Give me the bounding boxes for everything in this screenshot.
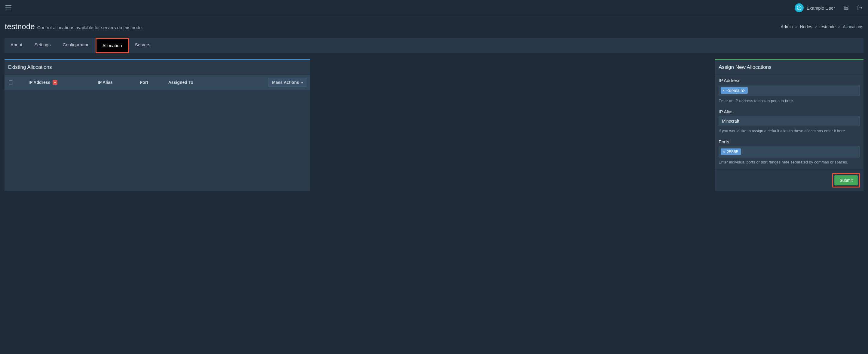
server-icon[interactable] (843, 5, 849, 10)
col-header-ip: IP Address (29, 80, 98, 85)
port-tag: × 25565 (721, 149, 741, 155)
tab-servers[interactable]: Servers (129, 38, 157, 53)
logout-icon[interactable] (857, 5, 863, 10)
select-all-cell (7, 80, 29, 85)
breadcrumb-separator: > (795, 24, 798, 29)
col-header-assigned: Assigned To (168, 80, 268, 85)
content: Existing Allocations IP Address IP Alias… (0, 59, 868, 191)
remove-tag-icon[interactable]: × (722, 88, 725, 93)
col-header-ip-label: IP Address (29, 80, 50, 85)
tab-settings[interactable]: Settings (28, 38, 57, 53)
svg-point-5 (845, 9, 845, 9)
svg-point-4 (845, 7, 845, 7)
breadcrumb-separator: > (814, 24, 817, 29)
tabs: About Settings Configuration Allocation … (4, 38, 864, 53)
assign-allocations-panel: Assign New Allocations IP Address × <dom… (715, 59, 864, 191)
remove-ip-icon[interactable] (53, 80, 57, 85)
user-block[interactable]: Example User (795, 3, 835, 12)
breadcrumb-nodes[interactable]: Nodes (800, 24, 812, 29)
submit-button[interactable]: Submit (834, 175, 858, 185)
tab-allocation[interactable]: Allocation (96, 38, 129, 53)
select-all-checkbox[interactable] (9, 80, 13, 85)
ip-address-input[interactable]: × <domain> (719, 85, 860, 96)
page-header: testnode Control allocations available f… (0, 16, 868, 34)
ip-address-label: IP Address (719, 78, 860, 83)
ports-input[interactable]: × 25565 (719, 146, 860, 158)
ip-address-field: IP Address × <domain> (715, 75, 864, 97)
menu-toggle-icon[interactable] (5, 5, 11, 10)
col-header-alias: IP Alias (98, 80, 140, 85)
text-cursor (743, 149, 743, 155)
col-header-actions: Mass Actions (268, 78, 307, 87)
tab-about[interactable]: About (4, 38, 28, 53)
breadcrumb-separator: > (838, 24, 840, 29)
ports-label: Ports (719, 139, 860, 144)
port-tag-label: 25565 (727, 149, 739, 154)
page-title-block: testnode Control allocations available f… (5, 22, 143, 31)
ip-alias-help: If you would like to assign a default al… (715, 127, 864, 136)
chevron-down-icon (301, 82, 303, 83)
ports-help: Enter individual ports or port ranges he… (715, 158, 864, 167)
table-header-row: IP Address IP Alias Port Assigned To Mas… (4, 75, 310, 90)
assign-allocations-title: Assign New Allocations (715, 60, 864, 75)
breadcrumb-node[interactable]: testnode (819, 24, 836, 29)
existing-allocations-panel: Existing Allocations IP Address IP Alias… (4, 59, 310, 191)
col-header-port: Port (140, 80, 168, 85)
breadcrumb: Admin > Nodes > testnode > Allocations (781, 24, 863, 29)
tab-configuration[interactable]: Configuration (57, 38, 95, 53)
assign-panel-footer: Submit (715, 169, 864, 191)
breadcrumb-admin[interactable]: Admin (781, 24, 793, 29)
ip-tag-label: <domain> (727, 88, 745, 93)
submit-highlight: Submit (832, 173, 860, 188)
ip-address-help: Enter an IP address to assign ports to h… (715, 97, 864, 106)
breadcrumb-current: Allocations (843, 24, 863, 29)
ip-alias-label: IP Alias (719, 109, 860, 114)
topbar-right: Example User (795, 3, 863, 12)
ip-tag: × <domain> (721, 87, 748, 94)
ports-field: Ports × 25565 (715, 136, 864, 158)
avatar (795, 3, 804, 12)
page-subtitle: Control allocations available for server… (37, 25, 143, 30)
topbar: Example User (0, 0, 868, 16)
existing-allocations-title: Existing Allocations (4, 60, 310, 75)
mass-actions-label: Mass Actions (272, 80, 299, 85)
user-name: Example User (807, 5, 835, 10)
page-title: testnode (5, 22, 35, 31)
ip-alias-field: IP Alias (715, 106, 864, 127)
ip-alias-input[interactable] (719, 116, 860, 126)
mass-actions-button[interactable]: Mass Actions (268, 78, 307, 87)
allocations-table: IP Address IP Alias Port Assigned To Mas… (4, 75, 310, 90)
remove-tag-icon[interactable]: × (722, 150, 725, 154)
